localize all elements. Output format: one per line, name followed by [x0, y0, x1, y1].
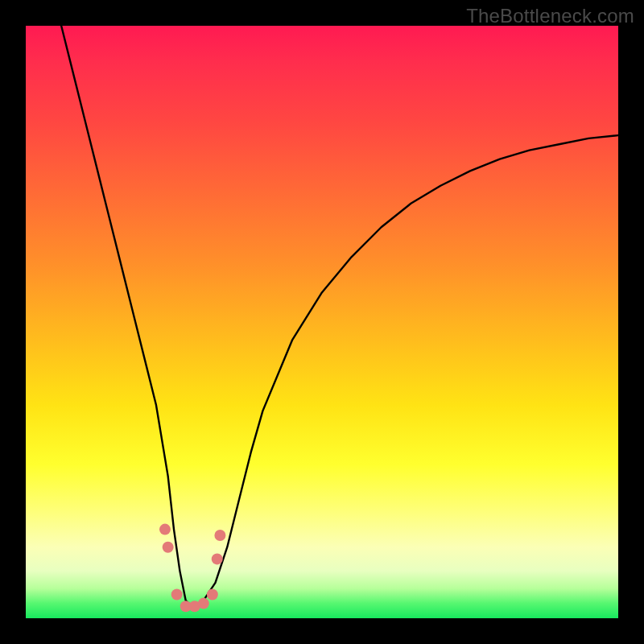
- curve-marker: [212, 553, 223, 564]
- curve-marker: [198, 598, 209, 609]
- chart-svg: [26, 26, 618, 618]
- bottleneck-curve: [61, 26, 618, 606]
- chart-frame: TheBottleneck.com: [0, 0, 644, 644]
- plot-area: [26, 26, 618, 618]
- curve-marker: [214, 530, 225, 541]
- curve-marker: [171, 589, 183, 601]
- curve-marker: [207, 589, 218, 601]
- curve-marker: [163, 542, 174, 553]
- curve-marker: [159, 524, 171, 535]
- watermark-text: TheBottleneck.com: [466, 5, 634, 27]
- curve-markers: [159, 524, 225, 613]
